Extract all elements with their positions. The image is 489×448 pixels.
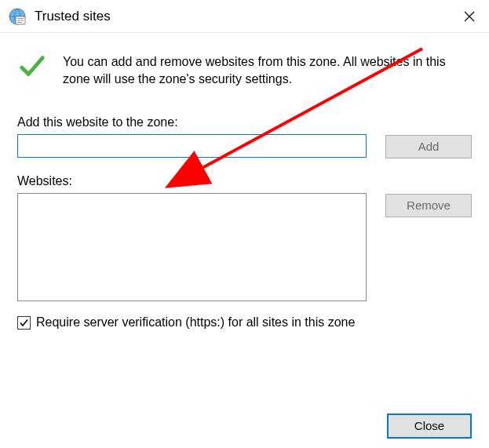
checkmark-icon — [17, 52, 47, 84]
add-button[interactable]: Add — [385, 135, 472, 158]
info-text: You can add and remove websites from thi… — [63, 52, 472, 87]
window-close-button[interactable] — [450, 0, 489, 33]
title-bar: Trusted sites — [0, 0, 489, 33]
websites-label: Websites: — [17, 174, 367, 188]
footer: Close — [387, 413, 472, 439]
require-https-checkbox[interactable] — [17, 316, 31, 330]
globe-icon — [8, 7, 27, 26]
require-https-label: Require server verification (https:) for… — [36, 315, 355, 330]
close-icon — [464, 11, 475, 22]
remove-button[interactable]: Remove — [385, 194, 472, 217]
websites-listbox[interactable] — [17, 193, 367, 301]
close-button[interactable]: Close — [387, 413, 472, 439]
add-website-label: Add this website to the zone: — [17, 115, 367, 129]
dialog-content: You can add and remove websites from thi… — [0, 33, 489, 337]
checkmark-small-icon — [19, 318, 29, 328]
window-title: Trusted sites — [35, 9, 111, 24]
add-website-input[interactable] — [17, 134, 367, 158]
